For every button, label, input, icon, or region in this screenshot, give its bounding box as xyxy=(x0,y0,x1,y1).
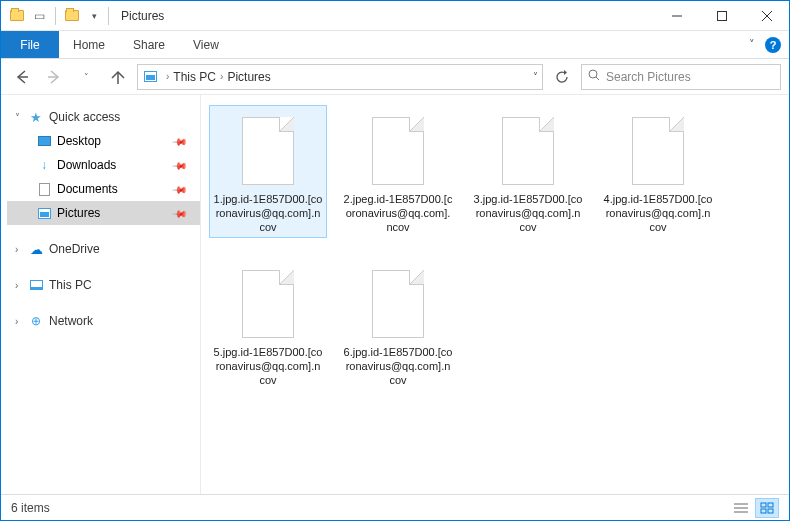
tree-label: Network xyxy=(49,314,93,328)
file-item[interactable]: 1.jpg.id-1E857D00.[coronavirus@qq.com].n… xyxy=(209,105,327,238)
separator xyxy=(108,7,109,25)
sidebar-onedrive[interactable]: › ☁ OneDrive xyxy=(7,237,200,261)
icons-view-icon xyxy=(760,502,774,514)
navigation-pane: ˅ ★ Quick access Desktop 📌 ↓ Downloads 📌… xyxy=(1,95,201,494)
onedrive-icon: ☁ xyxy=(27,242,45,257)
svg-rect-12 xyxy=(761,503,766,507)
close-button[interactable] xyxy=(744,1,789,31)
sidebar-item-pictures[interactable]: Pictures 📌 xyxy=(7,201,200,225)
blank-file-icon xyxy=(366,262,430,342)
close-icon xyxy=(762,11,772,21)
tree-label: Desktop xyxy=(57,134,101,148)
breadcrumb[interactable]: › This PC › Pictures ˅ xyxy=(137,64,543,90)
blank-file-icon xyxy=(366,109,430,189)
tree-label: OneDrive xyxy=(49,242,100,256)
maximize-button[interactable] xyxy=(699,1,744,31)
pin-icon: 📌 xyxy=(172,133,188,149)
sidebar-this-pc[interactable]: › This PC xyxy=(7,273,200,297)
sidebar-item-desktop[interactable]: Desktop 📌 xyxy=(7,129,200,153)
tab-share[interactable]: Share xyxy=(119,31,179,58)
tab-home[interactable]: Home xyxy=(59,31,119,58)
chevron-right-icon: › xyxy=(220,71,223,82)
svg-rect-13 xyxy=(768,503,773,507)
file-name: 6.jpg.id-1E857D00.[coronavirus@qq.com].n… xyxy=(343,346,453,387)
file-item[interactable]: 6.jpg.id-1E857D00.[coronavirus@qq.com].n… xyxy=(339,258,457,391)
window-controls xyxy=(654,1,789,31)
arrow-left-icon xyxy=(14,69,30,85)
pin-icon: 📌 xyxy=(172,205,188,221)
search-input[interactable]: Search Pictures xyxy=(581,64,781,90)
chevron-down-icon[interactable]: ˅ xyxy=(533,71,538,82)
sidebar-quick-access[interactable]: ˅ ★ Quick access xyxy=(7,105,200,129)
back-button[interactable] xyxy=(9,64,35,90)
chevron-right-icon[interactable]: › xyxy=(15,280,27,291)
arrow-up-icon xyxy=(110,69,126,85)
icons-view-button[interactable] xyxy=(755,498,779,518)
quick-access-toolbar: ▭ ▾ xyxy=(7,6,104,26)
chevron-down-icon[interactable]: ˅ xyxy=(749,38,755,51)
tab-view[interactable]: View xyxy=(179,31,233,58)
svg-rect-1 xyxy=(717,11,726,20)
sidebar-item-downloads[interactable]: ↓ Downloads 📌 xyxy=(7,153,200,177)
address-toolbar: ˅ › This PC › Pictures ˅ Search Pictures xyxy=(1,59,789,95)
sidebar-network[interactable]: › ⊕ Network xyxy=(7,309,200,333)
breadcrumb-part[interactable]: This PC xyxy=(173,70,216,84)
search-icon xyxy=(588,69,600,84)
new-folder-icon[interactable] xyxy=(62,6,82,26)
star-icon: ★ xyxy=(27,110,45,125)
svg-rect-14 xyxy=(761,509,766,513)
main-area: ˅ ★ Quick access Desktop 📌 ↓ Downloads 📌… xyxy=(1,95,789,494)
network-icon: ⊕ xyxy=(27,314,45,328)
help-icon[interactable]: ? xyxy=(765,37,781,53)
tree-label: Quick access xyxy=(49,110,120,124)
pictures-icon xyxy=(142,69,158,85)
pictures-icon xyxy=(35,208,53,219)
details-view-icon xyxy=(734,502,748,514)
chevron-right-icon[interactable]: › xyxy=(15,316,27,327)
blank-file-icon xyxy=(236,262,300,342)
pin-icon: 📌 xyxy=(172,181,188,197)
tree-label: Documents xyxy=(57,182,118,196)
details-view-button[interactable] xyxy=(729,498,753,518)
separator xyxy=(55,7,56,25)
title-bar: ▭ ▾ Pictures xyxy=(1,1,789,31)
sidebar-item-documents[interactable]: Documents 📌 xyxy=(7,177,200,201)
up-button[interactable] xyxy=(105,64,131,90)
svg-rect-15 xyxy=(768,509,773,513)
chevron-down-icon[interactable]: ˅ xyxy=(15,112,27,123)
recent-dropdown[interactable]: ˅ xyxy=(73,64,99,90)
chevron-right-icon[interactable]: › xyxy=(15,244,27,255)
pin-icon: 📌 xyxy=(172,157,188,173)
blank-file-icon xyxy=(236,109,300,189)
file-name: 1.jpg.id-1E857D00.[coronavirus@qq.com].n… xyxy=(213,193,323,234)
document-icon xyxy=(35,183,53,196)
properties-icon[interactable]: ▭ xyxy=(29,6,49,26)
item-count: 6 items xyxy=(11,501,50,515)
ribbon-tabs: File Home Share View ˅ ? xyxy=(1,31,789,59)
search-placeholder: Search Pictures xyxy=(606,70,691,84)
refresh-button[interactable] xyxy=(549,64,575,90)
file-item[interactable]: 5.jpg.id-1E857D00.[coronavirus@qq.com].n… xyxy=(209,258,327,391)
qat-dropdown-icon[interactable]: ▾ xyxy=(84,6,104,26)
file-name: 3.jpg.id-1E857D00.[coronavirus@qq.com].n… xyxy=(473,193,583,234)
file-item[interactable]: 3.jpg.id-1E857D00.[coronavirus@qq.com].n… xyxy=(469,105,587,238)
tree-label: Downloads xyxy=(57,158,116,172)
file-name: 5.jpg.id-1E857D00.[coronavirus@qq.com].n… xyxy=(213,346,323,387)
ribbon-right: ˅ ? xyxy=(749,31,789,58)
minimize-button[interactable] xyxy=(654,1,699,31)
file-tab[interactable]: File xyxy=(1,31,59,58)
folder-icon xyxy=(7,6,27,26)
file-item[interactable]: 2.jpeg.id-1E857D00.[coronavirus@qq.com].… xyxy=(339,105,457,238)
window-title: Pictures xyxy=(121,9,164,23)
forward-button[interactable] xyxy=(41,64,67,90)
file-item[interactable]: 4.jpg.id-1E857D00.[coronavirus@qq.com].n… xyxy=(599,105,717,238)
file-list[interactable]: 1.jpg.id-1E857D00.[coronavirus@qq.com].n… xyxy=(201,95,789,494)
file-name: 2.jpeg.id-1E857D00.[coronavirus@qq.com].… xyxy=(343,193,453,234)
file-name: 4.jpg.id-1E857D00.[coronavirus@qq.com].n… xyxy=(603,193,713,234)
refresh-icon xyxy=(555,70,569,84)
blank-file-icon xyxy=(626,109,690,189)
tree-label: This PC xyxy=(49,278,92,292)
view-mode-buttons xyxy=(729,498,779,518)
desktop-icon xyxy=(35,136,53,146)
breadcrumb-part[interactable]: Pictures xyxy=(227,70,270,84)
